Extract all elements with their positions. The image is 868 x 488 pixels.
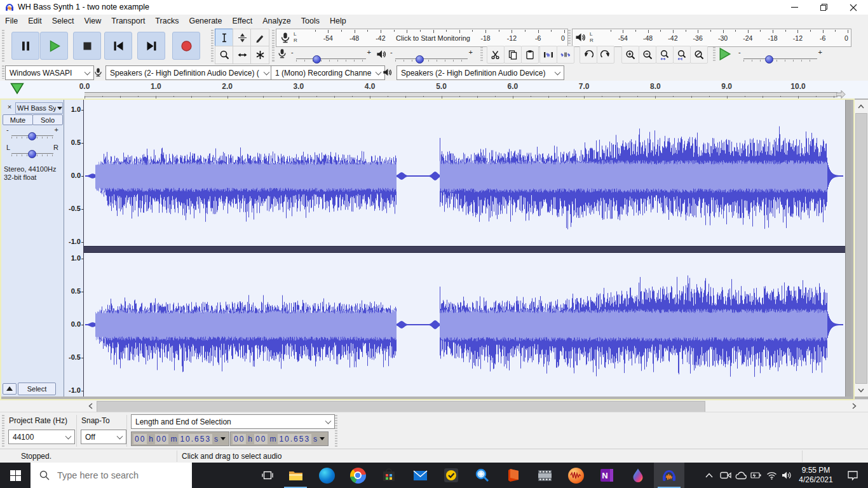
envelope-tool-button[interactable] [233,29,252,47]
zoom-out-button[interactable] [639,46,656,64]
paste-button[interactable] [521,46,539,64]
time-digits[interactable]: 00 [133,434,147,444]
taskbar-magnifier-app-icon[interactable] [467,463,498,488]
tools-toolbar-grip[interactable] [211,30,214,62]
taskbar-onenote-icon[interactable]: N [592,463,622,488]
playback-speed-slider[interactable]: -+ [738,50,822,63]
taskbar-file-explorer-icon[interactable] [280,463,311,488]
track-collapse-button[interactable] [3,383,17,395]
track-gain-thumb[interactable] [28,132,36,140]
menu-tools[interactable]: Tools [296,15,325,27]
menu-effect[interactable]: Effect [227,15,258,27]
scroll-left-button[interactable] [85,401,95,411]
menu-edit[interactable]: Edit [23,15,47,27]
taskbar-paint3d-icon[interactable] [623,463,653,488]
tray-wifi-icon[interactable] [764,463,779,488]
time-digits[interactable]: 10.653 [179,434,212,444]
mute-button[interactable]: Mute [3,114,33,125]
recording-volume-thumb[interactable] [313,55,321,64]
time-unit[interactable]: h [147,435,154,444]
taskbar-chrome-icon[interactable] [342,463,373,488]
multi-tool-button[interactable] [250,46,269,64]
tray-battery-icon[interactable] [749,463,764,488]
horizontal-scroll-thumb[interactable] [97,401,705,412]
time-digits[interactable]: 00 [254,434,268,444]
tray-volume-icon[interactable] [779,463,794,488]
edit-toolbar-grip[interactable] [480,47,483,61]
selection-start-field[interactable]: 00h00m10.653s [131,431,229,446]
timeline-ruler[interactable]: 0.01.02.03.04.05.06.07.08.09.010.0 [0,81,868,99]
pause-button[interactable] [11,32,39,60]
time-unit[interactable]: m [268,435,277,444]
menu-tracks[interactable]: Tracks [150,15,184,27]
tray-show-hidden-icons-button[interactable] [702,463,717,488]
time-unit[interactable]: m [169,435,178,444]
cut-button[interactable] [487,46,505,64]
time-digits[interactable]: 10.653 [278,434,311,444]
time-field-caret-icon[interactable] [320,437,325,443]
quick-play-band[interactable] [85,92,837,97]
horizontal-scrollbar[interactable] [0,399,868,412]
selection-end-field[interactable]: 00h00m10.653s [230,431,329,446]
taskbar-edge-icon[interactable] [311,463,342,488]
record-button[interactable] [172,32,200,60]
mixer-toolbar-grip[interactable] [272,47,275,61]
time-field-caret-icon[interactable] [220,437,226,443]
trim-audio-button[interactable] [539,46,557,64]
menu-transport[interactable]: Transport [106,15,150,27]
zoom-tool-button[interactable] [215,46,234,64]
tray-onedrive-icon[interactable] [733,463,749,488]
zoom-toggle-button[interactable] [690,46,708,64]
menu-generate[interactable]: Generate [184,15,227,27]
silence-audio-button[interactable] [557,46,574,64]
play-at-speed-button[interactable] [717,46,733,62]
skip-to-start-button[interactable] [104,32,132,60]
taskbar-wavepad-icon[interactable] [560,463,591,488]
time-digits[interactable]: 00 [233,434,246,444]
stop-button[interactable] [73,32,101,60]
recording-volume-slider[interactable]: -+ [291,50,371,63]
taskbar-office-icon[interactable] [498,463,529,488]
scroll-up-button[interactable] [853,101,868,111]
selection-toolbar-grip[interactable] [2,415,4,447]
fit-selection-button[interactable] [656,46,674,64]
vertical-scroll-thumb[interactable] [855,113,867,384]
playback-device-select[interactable]: Speakers (2- High Definition Audio Devic… [397,65,564,80]
monitor-text[interactable]: Click to Start Monitoring [396,34,470,42]
time-unit[interactable]: h [247,435,254,444]
track-gain-slider[interactable]: - + [6,128,58,139]
taskbar-store-icon[interactable] [374,463,404,488]
waveform-canvas[interactable] [84,100,845,396]
taskbar-audacity-icon[interactable] [654,463,684,488]
vertical-scrollbar[interactable] [853,100,868,396]
maximize-button[interactable] [809,0,838,15]
track-close-button[interactable]: × [5,103,14,112]
track-pan-slider[interactable]: L R [6,146,58,157]
start-button[interactable] [0,463,31,488]
audio-host-select[interactable]: Windows WASAPI [5,65,94,80]
menu-view[interactable]: View [79,15,106,27]
draw-tool-button[interactable] [250,29,269,47]
vertical-scale-ruler[interactable]: 1.00.50.0-0.5-1.01.00.50.0-0.5-1.0 [64,100,84,396]
recording-meter[interactable]: L R -54-48-42-18-12-60Click to Start Mon… [276,29,568,47]
fit-project-button[interactable] [673,46,691,64]
skip-to-end-button[interactable] [137,32,165,60]
track-select-button[interactable]: Select [18,383,56,395]
taskbar-search[interactable] [31,463,192,488]
solo-button[interactable]: Solo [32,114,63,125]
task-view-button[interactable] [253,463,283,488]
zoom-in-button[interactable] [621,46,639,64]
project-rate-select[interactable]: 44100 [8,430,75,444]
transport-toolbar-grip[interactable] [2,30,4,62]
menu-select[interactable]: Select [47,15,79,27]
taskbar-clock[interactable]: 9:55 PM 4/26/2021 [793,466,839,485]
scroll-right-button[interactable] [849,401,859,411]
menu-analyze[interactable]: Analyze [257,15,295,27]
recording-device-select[interactable]: Speakers (2- High Definition Audio Devic… [105,65,273,80]
playback-meter-grip[interactable] [568,30,571,45]
play-button[interactable] [40,32,68,60]
snap-to-select[interactable]: Off [81,430,126,444]
track-title-menu[interactable]: WH Bass Sy [15,102,63,114]
redo-button[interactable] [597,46,614,64]
playback-volume-thumb[interactable] [416,55,424,64]
